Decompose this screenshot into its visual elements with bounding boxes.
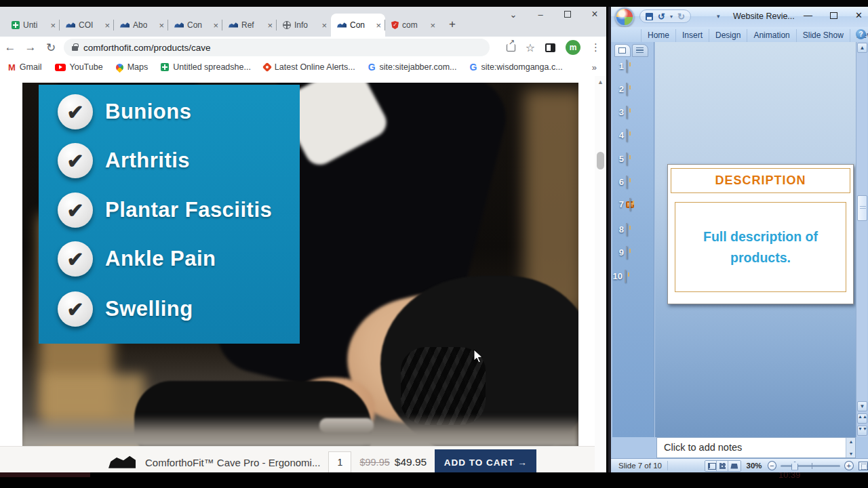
minimize-button[interactable]: – xyxy=(533,9,548,20)
tab-label: com xyxy=(402,20,418,30)
lock-icon[interactable] xyxy=(72,46,78,51)
bookmark-youtube[interactable]: YouTube xyxy=(55,62,103,72)
shoe-favicon xyxy=(174,22,184,28)
bookmark-spreadsheet[interactable]: Untitled spreadshe... xyxy=(161,62,251,72)
current-slide[interactable]: DESCRIPTION Full description of products… xyxy=(667,164,854,304)
redo-button[interactable]: ↻ xyxy=(677,12,685,22)
browser-kebab-menu[interactable]: ⋮ xyxy=(591,41,601,54)
tab-shop-3[interactable]: Con × xyxy=(168,14,222,37)
close-button[interactable]: × xyxy=(587,8,602,20)
tab-untitled-spreadsheet[interactable]: Unti × xyxy=(5,14,60,37)
alerts-icon xyxy=(262,62,272,72)
ppt-scroll-down-button[interactable]: ▼ xyxy=(857,401,867,411)
slide-thumbnail-7-selected[interactable]: 7 xyxy=(614,199,634,209)
bookmark-star-icon[interactable]: ☆ xyxy=(526,41,535,54)
undo-button[interactable]: ↺ xyxy=(658,12,665,22)
back-button[interactable]: ← xyxy=(0,41,20,54)
notes-placeholder[interactable]: Click to add notes xyxy=(664,442,742,453)
ppt-vertical-scrollbar[interactable]: ▲ ▼ ▲▲ ▼▼ xyxy=(856,42,867,437)
slide-thumbnail-2[interactable]: 2 xyxy=(614,84,627,94)
slide-thumbnail-9[interactable]: 9 xyxy=(614,247,627,258)
bookmark-maps[interactable]: Maps xyxy=(116,62,149,72)
slides-pane-tab[interactable] xyxy=(614,44,631,57)
fit-to-window-button[interactable] xyxy=(859,462,868,470)
ppt-close-button[interactable]: ✕ xyxy=(855,10,863,20)
zoom-slider-thumb[interactable] xyxy=(791,462,798,470)
slideshow-button[interactable] xyxy=(728,461,740,471)
office-button[interactable] xyxy=(615,7,634,26)
side-panel-icon[interactable] xyxy=(545,43,555,52)
slide-title-placeholder[interactable]: DESCRIPTION xyxy=(671,168,850,193)
notes-scrollbar[interactable]: ▲ ▼ xyxy=(846,438,855,458)
close-icon[interactable]: × xyxy=(376,20,381,30)
tab-insert[interactable]: Insert xyxy=(676,29,709,42)
notes-scroll-up[interactable]: ▲ xyxy=(846,439,856,444)
close-icon[interactable]: × xyxy=(104,20,110,30)
url-field[interactable]: comforthofit.com/products/cave xyxy=(64,39,490,56)
ppt-scroll-up-button[interactable]: ▲ xyxy=(857,43,867,53)
tab-info[interactable]: Info × xyxy=(277,14,331,37)
reload-button[interactable]: ↻ xyxy=(41,41,61,55)
tab-shop-2[interactable]: Abo × xyxy=(114,14,168,37)
tab-design[interactable]: Design xyxy=(709,29,747,42)
profile-avatar[interactable]: m xyxy=(566,40,580,55)
slide-thumbnail-1[interactable]: 1 xyxy=(614,61,627,71)
close-icon[interactable]: × xyxy=(267,20,273,30)
close-icon[interactable]: × xyxy=(50,20,56,30)
undo-dropdown-icon[interactable]: ▾ xyxy=(670,14,673,20)
tab-label: Unti xyxy=(23,20,37,30)
notes-pane[interactable]: Click to add notes ▲ ▼ xyxy=(656,437,856,458)
slide-body-placeholder[interactable]: Full description of products. xyxy=(675,202,846,292)
close-icon[interactable]: × xyxy=(159,20,164,30)
tab-active-product[interactable]: Con × xyxy=(331,14,385,37)
forward-button[interactable]: → xyxy=(20,41,41,54)
tab-shop-4[interactable]: Ref × xyxy=(222,14,277,37)
bookmark-wisdomganga[interactable]: Gsite:wisdomganga.c... xyxy=(470,62,563,73)
ppt-main-area: 1 2 3 4 5 xyxy=(611,42,868,437)
quantity-input[interactable] xyxy=(328,451,351,473)
bookmark-sitejabber[interactable]: Gsite:sitejabber.com... xyxy=(368,62,457,73)
bookmarks-overflow-chevron[interactable]: » xyxy=(592,62,597,73)
help-icon[interactable]: ? xyxy=(856,29,866,39)
normal-view-button[interactable] xyxy=(705,461,717,471)
ppt-minimize-button[interactable]: — xyxy=(804,10,812,20)
close-icon[interactable]: × xyxy=(213,20,218,30)
customize-qat-chevron[interactable]: ▾ xyxy=(717,13,720,20)
tab-review-site[interactable]: ✓ com × xyxy=(385,14,439,37)
ppt-maximize-button[interactable] xyxy=(830,12,837,19)
tab-shop-1[interactable]: COI × xyxy=(60,14,114,37)
slide-sorter-button[interactable] xyxy=(717,461,728,471)
close-icon[interactable]: × xyxy=(321,20,327,30)
slide-thumbnail-8[interactable]: 8 xyxy=(614,224,627,235)
url-text: comforthofit.com/products/cave xyxy=(83,43,211,53)
previous-slide-button[interactable]: ▲▲ xyxy=(857,413,867,424)
bookmark-alerts[interactable]: Latest Online Alerts... xyxy=(264,62,355,72)
share-icon[interactable] xyxy=(507,44,515,52)
maximize-button[interactable] xyxy=(560,9,575,20)
scrollbar-thumb[interactable] xyxy=(597,152,604,169)
save-button[interactable] xyxy=(646,13,653,20)
tab-home[interactable]: Home xyxy=(641,29,676,42)
tab-animation[interactable]: Animation xyxy=(747,29,796,42)
new-tab-button[interactable]: + xyxy=(443,16,461,34)
bookmark-gmail[interactable]: MGmail xyxy=(8,62,42,73)
browser-scrollbar[interactable]: ▲ xyxy=(595,76,606,472)
outline-pane-tab[interactable] xyxy=(632,44,648,57)
notes-scroll-down[interactable]: ▼ xyxy=(846,451,856,456)
zoom-level[interactable]: 30% xyxy=(747,462,762,470)
zoom-slider-track[interactable] xyxy=(781,465,840,467)
slide-thumbnail-4[interactable]: 4 xyxy=(614,130,627,140)
add-to-cart-button[interactable]: ADD TO CART → xyxy=(435,449,536,475)
zoom-out-button[interactable]: − xyxy=(768,461,776,470)
slide-thumbnail-10[interactable]: 10 xyxy=(612,271,626,281)
tab-slide-show[interactable]: Slide Show xyxy=(797,29,850,42)
slide-thumbnail-6[interactable]: 6 xyxy=(614,177,627,187)
slide-thumbnail-5[interactable]: 5 xyxy=(614,154,627,164)
zoom-in-button[interactable]: + xyxy=(844,461,853,470)
close-icon[interactable]: × xyxy=(430,20,435,30)
ppt-scrollbar-thumb[interactable] xyxy=(857,195,867,221)
scroll-up-arrow[interactable]: ▲ xyxy=(595,79,606,85)
next-slide-button[interactable]: ▼▼ xyxy=(857,426,867,436)
browser-menu-chevron[interactable]: ⌄ xyxy=(506,9,521,20)
slide-thumbnail-3[interactable]: 3 xyxy=(614,107,627,117)
